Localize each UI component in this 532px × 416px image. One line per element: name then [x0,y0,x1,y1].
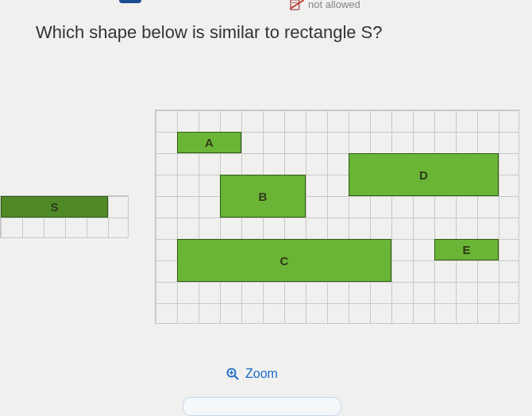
zoom-button[interactable]: Zoom [226,367,278,381]
options-grid: A B C D E [155,110,519,324]
shape-s[interactable]: S [1,196,108,218]
svg-line-2 [290,0,304,9]
reference-grid: S [0,195,129,238]
zoom-in-icon [226,368,239,380]
zoom-label: Zoom [245,367,278,381]
shape-d[interactable]: D [349,153,499,196]
shape-e[interactable]: E [434,239,499,260]
calculator-icon [290,0,304,10]
svg-line-4 [235,376,239,380]
header-badge [119,0,141,3]
answer-slot[interactable] [183,397,341,416]
not-allowed-text: not allowed [308,0,360,10]
shape-b[interactable]: B [220,175,306,218]
question-text: Which shape below is similar to rectangl… [36,22,383,43]
not-allowed-indicator: not allowed [290,0,360,10]
shape-a[interactable]: A [177,132,241,153]
shape-c[interactable]: C [177,239,391,282]
